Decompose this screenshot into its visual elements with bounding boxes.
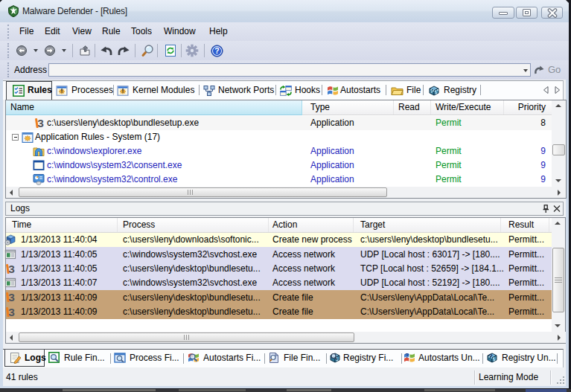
- svg-text:3: 3: [37, 117, 44, 129]
- svg-text:3: 3: [8, 291, 15, 303]
- svg-text:?: ?: [405, 352, 409, 359]
- svg-text:3: 3: [8, 263, 15, 274]
- svg-text:3: 3: [8, 306, 15, 318]
- svg-text:?: ?: [488, 352, 493, 360]
- svg-text:?: ?: [214, 46, 219, 55]
